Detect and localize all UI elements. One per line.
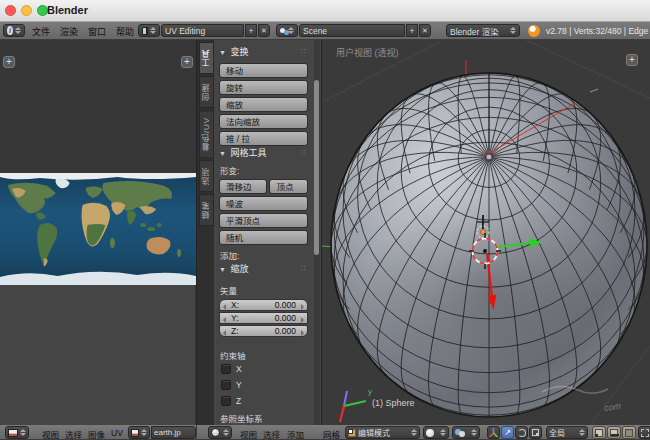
rotate-button[interactable]: 旋转 [219,80,308,95]
translate-arrow-icon: ↗ [504,428,511,437]
menu-help[interactable]: 帮助 [116,25,134,38]
transform-panel-header[interactable]: ▼ 变换 ∷ [219,45,308,59]
panel-open-icon: ▼ [219,49,226,56]
expand-properties-plus-icon[interactable]: + [181,56,193,68]
viewport-shading-select[interactable] [423,426,449,439]
menu-window[interactable]: 窗口 [88,25,106,38]
editor-type-selector-info[interactable]: i [3,24,25,37]
scrollbar-thumb[interactable] [314,80,319,255]
deform-label: 形变: [220,164,308,176]
uv-menu-image[interactable]: 图像 [88,428,105,440]
tab-create[interactable]: 创建 [199,76,214,108]
delete-scene-button[interactable]: ✕ [419,24,431,37]
uv-menu-view[interactable]: 视图 [42,428,59,440]
axis-x-checkbox[interactable] [221,364,231,374]
image-name-field[interactable]: earth.jp [151,426,196,439]
scale-button[interactable]: 缩放 [219,97,308,112]
menu-render[interactable]: 渲染 [60,25,78,38]
tab-shading-uv[interactable]: 着色/UV [199,110,214,158]
uv-menu-select[interactable]: 选择 [65,428,82,440]
screen-layout-browse-button[interactable] [138,24,160,37]
dropdown-arrows-icon [141,429,147,436]
view3d-menu-mesh[interactable]: 网格 [323,428,340,440]
scene-browse-button[interactable] [276,24,298,37]
tab-tools[interactable]: 工具 [199,42,214,74]
panel-grip-icon[interactable]: ∷ [301,146,306,160]
uv-editor-lower-region [0,285,195,425]
axis-z-checkbox[interactable] [221,396,231,406]
edge-select-mode-button[interactable] [607,426,621,439]
push-pull-button[interactable]: 推 / 拉 [219,131,308,146]
vector-y-field[interactable]: Y: 0.000 [219,312,308,324]
occlude-geometry-icon [641,429,649,437]
axis-y-checkbox[interactable] [221,380,231,390]
3d-view-editor-icon [211,428,220,437]
manipulator-rotate-button[interactable] [515,426,528,439]
titlebar: Blender [0,0,650,22]
manipulator-toggle-button[interactable] [487,426,500,439]
tab-grease-pencil[interactable]: 蜡笔 [199,194,214,226]
scene-name-field[interactable]: Scene [299,24,405,37]
mesh-tools-panel-header[interactable]: ▼ 网格工具 ∷ [219,146,308,160]
solid-shading-icon [426,429,434,437]
vector-label: 矢量 [220,284,308,296]
add-label: 添加: [220,249,308,261]
view3d-menu-view[interactable]: 视图 [240,428,257,440]
shrink-fatten-button[interactable]: 法向缩放 [219,114,308,129]
delete-screen-layout-button[interactable]: ✕ [258,24,270,37]
vector-z-field[interactable]: Z: 0.000 [219,325,308,337]
screen-layout-name-field[interactable]: UV Editing [161,24,244,37]
edge-slide-button[interactable]: 滑移边 [219,179,267,194]
uv-sphere-wireframe[interactable] [322,40,650,425]
manipulator-translate-button[interactable]: ↗ [501,426,514,439]
add-scene-button[interactable]: + [406,24,418,37]
tool-shelf-scrollbar[interactable] [314,40,320,425]
expand-n-panel-plus-icon[interactable]: + [626,54,638,66]
axis-cross-icon [489,428,498,437]
vector-x-field[interactable]: X: 0.000 [219,299,308,311]
add-screen-layout-button[interactable]: + [245,24,257,37]
vertex-select-mode-button[interactable] [592,426,606,439]
editor-type-selector-image[interactable] [5,426,29,439]
pivot-point-select[interactable] [452,426,480,439]
dropdown-arrows-icon [15,27,21,34]
mesh-tools-panel: ▼ 网格工具 ∷ 形变: 滑移边 顶点 噪波 平滑顶点 随机 添加: [214,146,313,271]
menu-file[interactable]: 文件 [32,25,50,38]
minimize-window-button[interactable] [21,5,32,16]
plus-icon: + [410,26,415,36]
uv-menu-uv[interactable]: UV [111,428,123,438]
translate-button[interactable]: 移动 [219,63,308,78]
randomize-button[interactable]: 随机 [219,230,308,245]
panel-grip-icon[interactable]: ∷ [301,45,306,59]
panel-open-icon: ▼ [219,150,226,157]
dropdown-arrows-icon [20,429,26,436]
noise-button[interactable]: 噪波 [219,196,308,211]
mode-select[interactable]: 编辑模式 [345,426,420,439]
tool-shelf-panels: ▼ 变换 ∷ 移动 旋转 缩放 法向缩放 推 / 拉 ▼ 网格工具 ∷ [214,40,313,425]
transform-orientation-select[interactable]: 全局 [546,426,588,439]
panel-open-icon: ▼ [219,266,226,273]
resize-panel-header[interactable]: ▼ 缩放 ∷ [219,262,308,276]
3d-viewport[interactable]: 用户视图 (透视) + (1) Sphere y com [322,40,650,425]
render-engine-select[interactable]: Blender 渲染 [446,24,520,37]
edge-select-icon [610,429,618,437]
rotate-arc-icon [518,429,526,437]
view3d-menu-add[interactable]: 添加 [287,428,304,440]
main-area: + + 工具 创建 着色/UV 选项 蜡笔 ▼ 变换 ∷ [0,40,650,425]
tab-options[interactable]: 选项 [199,160,214,192]
view3d-menu-select[interactable]: 选择 [263,428,280,440]
dropdown-arrows-icon [471,429,477,436]
smooth-vertex-button[interactable]: 平滑顶点 [219,213,308,228]
scene-statistics: v2.78 | Verts:32/480 | Edge [546,26,650,36]
limit-selection-visible-button[interactable] [638,426,650,439]
editor-type-selector-3dview[interactable] [208,426,232,439]
close-window-button[interactable] [5,5,16,16]
manipulator-scale-button[interactable] [529,426,542,439]
panel-grip-icon[interactable]: ∷ [301,262,306,276]
vertex-slide-button[interactable]: 顶点 [269,179,308,194]
uv-image-editor[interactable]: + + [0,40,197,425]
face-select-mode-button[interactable] [622,426,636,439]
expand-toolshelf-plus-icon[interactable]: + [3,56,15,68]
image-browse-button[interactable] [128,426,150,439]
tool-shelf: 工具 创建 着色/UV 选项 蜡笔 ▼ 变换 ∷ 移动 旋转 缩放 [197,40,322,425]
